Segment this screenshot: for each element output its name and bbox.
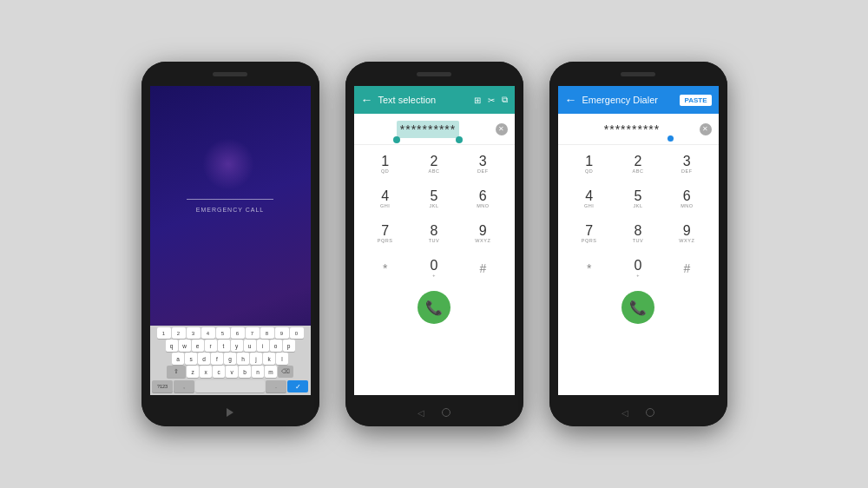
copy-icon[interactable]: ⧉ bbox=[502, 95, 508, 105]
dial-key-3-3[interactable]: 3DEF bbox=[667, 148, 706, 180]
key-b[interactable]: b bbox=[239, 366, 251, 378]
call-button-3[interactable]: 📞 bbox=[621, 291, 654, 324]
dial-key-3-4[interactable]: 4GHI bbox=[570, 183, 608, 214]
nav-home-3[interactable] bbox=[646, 408, 654, 417]
key-7[interactable]: 7 bbox=[246, 327, 260, 339]
dial-key-3-0[interactable]: 0+ bbox=[619, 253, 657, 284]
key-g[interactable]: g bbox=[224, 353, 236, 365]
back-button-2[interactable]: ← bbox=[361, 93, 373, 107]
key-5[interactable]: 5 bbox=[216, 327, 230, 339]
key-num-switch[interactable]: ?123 bbox=[152, 380, 173, 392]
dial-key-2[interactable]: 2ABC bbox=[415, 148, 453, 180]
key-9[interactable]: 9 bbox=[275, 327, 289, 339]
dial-key-3-6[interactable]: 6MNO bbox=[667, 183, 706, 214]
select-icon[interactable]: ⊞ bbox=[474, 96, 481, 105]
keyboard-row-asdf: a s d f g h j k l bbox=[152, 353, 309, 365]
paste-button[interactable]: PASTE bbox=[680, 95, 711, 106]
key-8[interactable]: 8 bbox=[260, 327, 274, 339]
key-s[interactable]: s bbox=[185, 353, 197, 365]
nav-back-3[interactable]: ◁ bbox=[621, 408, 628, 418]
key-a[interactable]: a bbox=[172, 353, 184, 365]
nav-home-2[interactable] bbox=[442, 408, 450, 417]
dial-key-3-5[interactable]: 5JKL bbox=[619, 183, 657, 214]
dial-key-3-7[interactable]: 7PQRS bbox=[570, 218, 608, 249]
dial-key-8[interactable]: 8TUV bbox=[415, 218, 453, 249]
dial-key-3-hash[interactable]: # bbox=[667, 253, 706, 284]
dial-key-3-2[interactable]: 2ABC bbox=[619, 148, 657, 180]
key-z[interactable]: z bbox=[187, 366, 199, 378]
dial-row-3-2: 4GHI 5JKL 6MNO bbox=[565, 183, 712, 214]
key-c[interactable]: c bbox=[213, 366, 225, 378]
key-confirm[interactable]: ✓ bbox=[287, 380, 308, 392]
dial-key-6[interactable]: 6MNO bbox=[464, 183, 502, 214]
key-h[interactable]: h bbox=[237, 353, 249, 365]
dial-key-3-1[interactable]: 1QD bbox=[570, 148, 608, 180]
phone-input-3[interactable]: ********** bbox=[565, 122, 700, 136]
dial-key-hash[interactable]: # bbox=[464, 253, 502, 284]
keyboard-letter-area: q w e r t y u i o p a s d bbox=[150, 339, 311, 379]
key-k[interactable]: k bbox=[263, 353, 275, 365]
phone-1-screen: EMERGENCY CALL 1 2 3 4 5 6 7 8 9 0 bbox=[150, 86, 311, 399]
dial-key-0[interactable]: 0+ bbox=[415, 253, 453, 284]
key-d[interactable]: d bbox=[198, 353, 210, 365]
dialer-keypad-3: 1QD 2ABC 3DEF 4GHI 5JKL 6MNO 7PQRS 8TUV … bbox=[558, 145, 719, 395]
key-v[interactable]: v bbox=[226, 366, 238, 378]
key-r[interactable]: r bbox=[205, 340, 217, 352]
key-comma[interactable]: , bbox=[174, 380, 194, 392]
key-u[interactable]: u bbox=[244, 340, 256, 352]
key-n[interactable]: n bbox=[252, 366, 264, 378]
nav-back-2[interactable]: ◁ bbox=[418, 408, 424, 418]
glow-effect bbox=[202, 138, 254, 190]
key-i[interactable]: i bbox=[257, 340, 269, 352]
dial-key-3-star[interactable]: * bbox=[570, 253, 608, 284]
lockscreen-top: EMERGENCY CALL bbox=[150, 86, 311, 326]
key-m[interactable]: m bbox=[265, 366, 277, 378]
dialer-keypad-2: 1QD 2ABC 3DEF 4GHI 5JKL 6MNO 7PQRS 8TUV … bbox=[354, 145, 515, 395]
call-button-2[interactable]: 📞 bbox=[418, 291, 450, 324]
key-period[interactable]: . bbox=[266, 380, 286, 392]
dial-key-star[interactable]: * bbox=[366, 253, 404, 284]
key-p[interactable]: p bbox=[283, 340, 295, 352]
key-j[interactable]: j bbox=[250, 353, 262, 365]
key-l[interactable]: l bbox=[276, 353, 288, 365]
back-button-3[interactable]: ← bbox=[565, 93, 577, 107]
dial-key-3[interactable]: 3DEF bbox=[464, 148, 502, 180]
key-backspace[interactable]: ⌫ bbox=[278, 366, 293, 378]
phone-3-bottom-bar: ◁ bbox=[549, 399, 727, 426]
key-f[interactable]: f bbox=[211, 353, 223, 365]
dial-key-1[interactable]: 1QD bbox=[366, 148, 404, 180]
key-4[interactable]: 4 bbox=[201, 327, 215, 339]
dial-key-3-9[interactable]: 9WXYZ bbox=[667, 218, 706, 249]
clear-button-3[interactable]: ✕ bbox=[700, 123, 712, 135]
key-o[interactable]: o bbox=[270, 340, 282, 352]
key-space[interactable] bbox=[195, 380, 265, 392]
phone-1: EMERGENCY CALL 1 2 3 4 5 6 7 8 9 0 bbox=[141, 62, 319, 426]
lockscreen: EMERGENCY CALL 1 2 3 4 5 6 7 8 9 0 bbox=[150, 86, 311, 395]
key-x[interactable]: x bbox=[200, 366, 212, 378]
key-q[interactable]: q bbox=[166, 340, 178, 352]
cut-icon[interactable]: ✂ bbox=[488, 96, 495, 105]
key-w[interactable]: w bbox=[179, 340, 191, 352]
key-0[interactable]: 0 bbox=[290, 327, 304, 339]
key-3[interactable]: 3 bbox=[187, 327, 201, 339]
key-shift[interactable]: ⇧ bbox=[167, 366, 186, 378]
phone-input-2[interactable]: ********** bbox=[361, 121, 496, 138]
dial-row-2: 4GHI 5JKL 6MNO bbox=[361, 183, 508, 214]
key-6[interactable]: 6 bbox=[231, 327, 245, 339]
key-t[interactable]: t bbox=[218, 340, 230, 352]
key-e[interactable]: e bbox=[192, 340, 204, 352]
header-title-3: Emergency Dialer bbox=[582, 95, 675, 105]
emergency-dialer-screen: ← Emergency Dialer PASTE ********** ✕ 1Q… bbox=[558, 86, 719, 395]
dial-key-3-8[interactable]: 8TUV bbox=[619, 218, 657, 249]
input-area-3: ********** ✕ bbox=[558, 114, 719, 145]
clear-button-2[interactable]: ✕ bbox=[496, 123, 508, 135]
key-y[interactable]: y bbox=[231, 340, 243, 352]
phone-1-top-bar bbox=[141, 62, 319, 86]
key-1[interactable]: 1 bbox=[157, 327, 171, 339]
dial-key-4[interactable]: 4GHI bbox=[366, 183, 404, 214]
dial-key-9[interactable]: 9WXYZ bbox=[464, 218, 502, 249]
dial-key-5[interactable]: 5JKL bbox=[415, 183, 453, 214]
key-2[interactable]: 2 bbox=[172, 327, 186, 339]
dial-key-7[interactable]: 7PQRS bbox=[366, 218, 404, 249]
keyboard[interactable]: 1 2 3 4 5 6 7 8 9 0 q w e r bbox=[150, 326, 311, 395]
